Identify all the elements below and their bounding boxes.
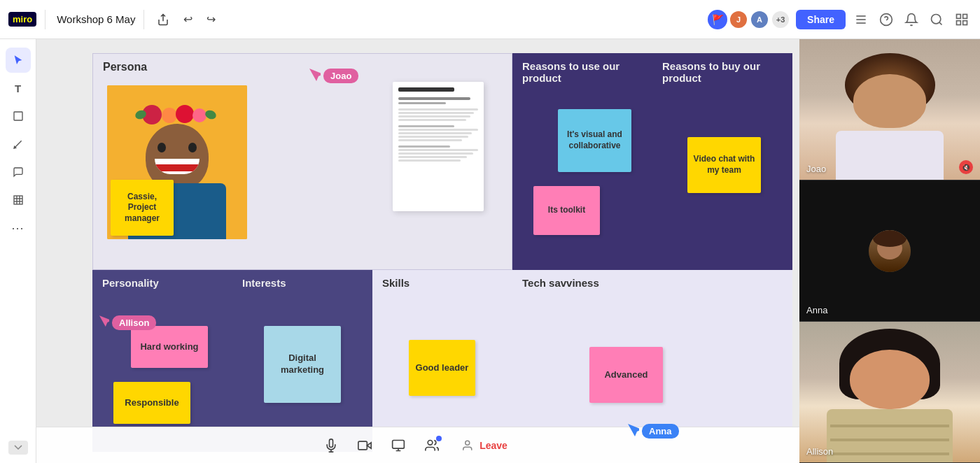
svg-point-19 <box>428 440 433 445</box>
notification-dot <box>436 436 442 441</box>
section-interests-label: Interests <box>232 270 372 289</box>
apps-icon-btn[interactable] <box>952 10 972 29</box>
video-cell-joao: Joao 🔇 <box>799 39 980 180</box>
svg-rect-8 <box>957 20 961 24</box>
topbar-right: 🚩 J A +3 Share <box>708 10 972 29</box>
video-mute-joao: 🔇 <box>959 160 973 174</box>
left-sidebar: T ··· <box>0 39 36 463</box>
board: Persona <box>92 53 792 452</box>
help-icon-btn[interactable] <box>876 10 896 29</box>
tool-text[interactable]: T <box>6 76 31 101</box>
avatar-user2: A <box>750 10 769 29</box>
svg-rect-17 <box>358 441 367 450</box>
avatar-group: 🚩 J A +3 <box>708 10 790 29</box>
share-icon-btn[interactable] <box>153 10 174 29</box>
cursor-label-joao: Joao <box>323 69 358 83</box>
sticky-responsible: Responsible <box>113 382 190 424</box>
doc-card <box>393 82 484 211</box>
video-panel: Joao 🔇 Anna Allison <box>799 39 980 463</box>
sticky-digital-marketing: Digital marketing <box>264 326 341 403</box>
svg-rect-6 <box>957 14 961 18</box>
leave-label: Leave <box>479 440 507 451</box>
redo-button[interactable]: ↪ <box>202 10 220 29</box>
cursor-allison: Allison <box>99 315 156 330</box>
topbar-divider <box>45 10 46 29</box>
leave-button[interactable]: Leave <box>454 435 516 456</box>
sticky-cassie: Cassie, Project manager <box>111 180 174 236</box>
tool-more[interactable]: ··· <box>6 215 31 241</box>
svg-rect-7 <box>963 14 967 18</box>
video-name-joao: Joao <box>806 164 826 174</box>
sticky-advanced: Advanced <box>589 347 663 403</box>
bottom-bar: Leave <box>36 427 799 463</box>
cursor-anna: Anna <box>628 424 679 439</box>
svg-line-11 <box>15 141 21 147</box>
cursor-joao: Joao <box>309 69 358 83</box>
canvas[interactable]: Persona <box>36 39 799 463</box>
section-skills-label: Skills <box>372 270 512 289</box>
section-skills: Skills Good leader <box>372 270 512 452</box>
video-cell-allison: Allison <box>799 322 980 463</box>
svg-point-20 <box>465 441 470 445</box>
tool-pen[interactable] <box>6 131 31 157</box>
topbar: miro Workshop 6 May ↩ ↪ 🚩 J A +3 Share <box>0 0 980 39</box>
mic-button[interactable] <box>320 434 342 457</box>
board-title: Workshop 6 May <box>57 13 135 25</box>
avatar-count: +3 <box>771 10 790 29</box>
svg-line-5 <box>939 22 942 24</box>
svg-rect-12 <box>14 196 22 204</box>
section-personality: Personality Hard working Responsible <box>92 270 232 452</box>
sidebar-expand[interactable] <box>8 441 28 455</box>
section-personality-label: Personality <box>92 270 232 289</box>
miro-logo: miro <box>8 12 36 27</box>
cursor-label-anna: Anna <box>642 424 679 439</box>
tool-frame[interactable] <box>6 187 31 213</box>
section-reasons-use: Reasons to use our product It's visual a… <box>512 53 652 270</box>
notifications-icon-btn[interactable] <box>902 10 921 29</box>
sticky-toolkit: Its toolkit <box>533 186 600 235</box>
video-name-allison: Allison <box>806 446 833 457</box>
undo-button[interactable]: ↩ <box>179 10 197 29</box>
avatar-flag: 🚩 <box>708 10 727 29</box>
svg-point-4 <box>932 14 941 23</box>
section-persona: Persona <box>92 53 512 270</box>
section-interests: Interests Digital marketing <box>232 270 372 452</box>
camera-button[interactable] <box>354 434 376 457</box>
topbar-divider2 <box>144 10 144 29</box>
section-reasons-buy-label: Reasons to buy our product <box>652 53 792 84</box>
svg-rect-10 <box>14 112 22 120</box>
video-name-anna: Anna <box>806 305 827 315</box>
sticky-hard-working: Hard working <box>131 326 208 368</box>
sticky-good-leader: Good leader <box>409 340 475 396</box>
participants-button[interactable] <box>421 434 443 457</box>
cursor-label-allison: Allison <box>112 315 156 330</box>
sticky-visual: It's visual and collaborative <box>558 109 631 172</box>
avatar-joao: J <box>729 10 748 29</box>
section-tech-label: Tech savviness <box>512 270 792 289</box>
settings-icon-btn[interactable] <box>851 10 871 29</box>
share-button[interactable]: Share <box>796 10 846 29</box>
video-cell-anna: Anna <box>799 180 980 322</box>
section-persona-label: Persona <box>93 54 512 73</box>
tool-select[interactable] <box>6 48 31 73</box>
tool-sticky[interactable] <box>6 104 31 129</box>
tool-comment[interactable] <box>6 159 31 185</box>
avatar-center-anna <box>869 230 911 272</box>
svg-rect-9 <box>963 20 967 24</box>
svg-rect-18 <box>393 440 405 448</box>
section-reasons-buy: Reasons to buy our product Video chat wi… <box>652 53 792 270</box>
section-reasons-use-label: Reasons to use our product <box>512 53 652 84</box>
sticky-videochat: Video chat with my team <box>687 137 761 193</box>
screen-share-button[interactable] <box>387 434 410 457</box>
search-icon-btn[interactable] <box>927 10 946 29</box>
